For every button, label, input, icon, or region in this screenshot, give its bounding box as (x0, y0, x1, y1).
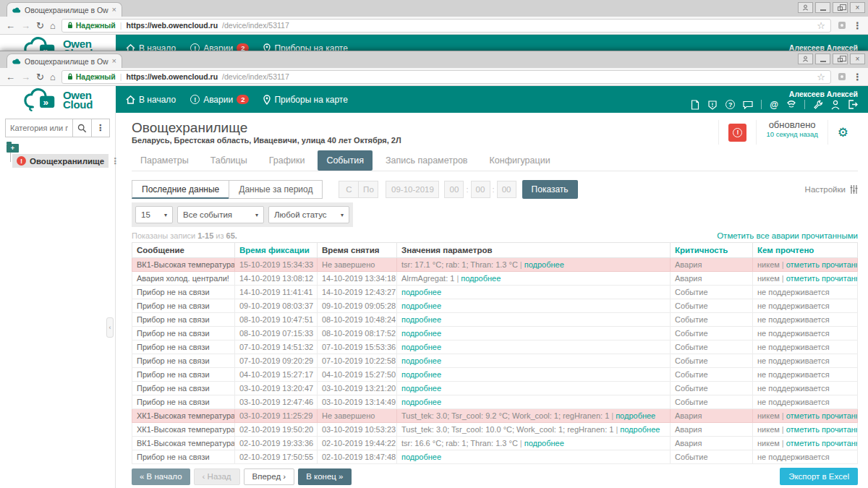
tab-tables[interactable]: Таблицы (202, 150, 256, 171)
tab-events[interactable]: События (318, 150, 373, 171)
alarm-shield-icon[interactable] (707, 100, 718, 110)
minutes-input[interactable]: 00 (471, 181, 490, 198)
details-link[interactable]: подробнее (524, 260, 564, 269)
details-link[interactable]: подробнее (401, 370, 441, 379)
hours-input[interactable]: 00 (444, 181, 464, 198)
details-link[interactable]: подробнее (401, 288, 441, 296)
extension-icon[interactable] (837, 20, 847, 30)
details-link[interactable]: подробнее (401, 453, 441, 461)
nav-map[interactable]: Приборы на карте (263, 95, 347, 105)
to-button[interactable]: По (358, 181, 378, 198)
owen-cloud-logo[interactable]: » OwenCloud (0, 35, 116, 51)
wrench-icon[interactable] (813, 100, 823, 110)
nav-map[interactable]: Приборы на карте (263, 43, 347, 51)
profile-icon[interactable] (798, 53, 813, 64)
nav-home[interactable]: В начало (126, 43, 176, 51)
close-button[interactable]: × (850, 53, 865, 64)
period-data-button[interactable]: Данные за период (229, 180, 323, 199)
forward-icon[interactable]: → (21, 72, 30, 82)
mark-all-read-link[interactable]: Отметить все аварии прочитанными (717, 231, 858, 240)
user-icon[interactable] (831, 100, 840, 110)
search-button[interactable] (72, 119, 91, 137)
back-icon[interactable]: ← (6, 21, 15, 30)
forward-icon[interactable]: → (21, 21, 30, 30)
bookmark-star-icon[interactable]: ☆ (817, 20, 825, 31)
tab-param-recording[interactable]: Запись параметров (377, 150, 477, 171)
category-search-input[interactable] (6, 119, 72, 137)
mark-read-link[interactable]: отметить прочитанным (786, 425, 858, 434)
nav-alarms[interactable]: ! Аварии 2 (190, 95, 249, 105)
tab-close-icon[interactable]: × (112, 57, 116, 65)
tab-configurations[interactable]: Конфигурации (481, 150, 559, 171)
bookmark-star-icon[interactable]: ☆ (817, 72, 825, 82)
latest-data-button[interactable]: Последние данные (132, 180, 229, 199)
sidebar-collapse-handle[interactable]: ‹ (106, 317, 114, 338)
settings-link[interactable]: Настройки (805, 185, 858, 194)
address-bar[interactable]: Надежный | https://web.owencloud.ru/devi… (61, 70, 831, 84)
tab-graphs[interactable]: Графики (260, 150, 314, 171)
reload-icon[interactable]: ↻ (36, 72, 44, 82)
from-button[interactable]: С (339, 181, 359, 198)
address-bar[interactable]: Надежный | https://web.owencloud.ru/devi… (61, 19, 831, 33)
prev-page-button[interactable]: ‹ Назад (194, 468, 240, 485)
home-icon[interactable]: ⌂ (50, 72, 56, 82)
status-select[interactable]: Любой статус▾ (268, 206, 349, 223)
tab-close-icon[interactable]: × (112, 6, 116, 14)
help-icon[interactable]: ? (726, 100, 735, 109)
show-button[interactable]: Показать (522, 180, 578, 199)
home-icon[interactable]: ⌂ (50, 21, 56, 30)
gear-icon[interactable]: ⚙ (838, 127, 848, 139)
mark-read-link[interactable]: отметить прочитанным (786, 260, 858, 269)
restore-button[interactable] (833, 2, 848, 13)
col-read-by[interactable]: Кем прочтено (753, 243, 858, 258)
details-link[interactable]: подробнее (616, 411, 655, 420)
browser-tab[interactable]: Овощехранилище в Owen × (7, 2, 122, 17)
seconds-input[interactable]: 00 (497, 181, 516, 198)
browser-menu-icon[interactable]: ⋮ (853, 20, 862, 31)
browser-tab[interactable]: Овощехранилище в Owen × (7, 53, 122, 68)
details-link[interactable]: подробнее (401, 329, 441, 338)
logout-icon[interactable] (848, 100, 858, 109)
secure-indicator[interactable]: Надежный (67, 21, 116, 30)
owen-cloud-logo[interactable]: » OwenCloud (0, 86, 116, 113)
details-link[interactable]: подробнее (401, 356, 441, 365)
minimize-button[interactable] (815, 53, 830, 64)
date-input[interactable]: 09-10-2019 (386, 181, 439, 198)
page-size-select[interactable]: 15▾ (135, 206, 173, 223)
phone-icon[interactable] (786, 100, 796, 110)
extension-icon[interactable] (837, 72, 847, 82)
next-page-button[interactable]: Вперед › (244, 468, 295, 485)
minimize-button[interactable] (815, 2, 830, 13)
mark-read-link[interactable]: отметить прочитанным (786, 411, 858, 420)
mark-read-link[interactable]: отметить прочитанным (786, 439, 858, 448)
first-page-button[interactable]: « В начало (132, 468, 190, 485)
tab-parameters[interactable]: Параметры (132, 150, 197, 171)
col-time-fixed[interactable]: Время фиксации (235, 243, 318, 258)
secure-indicator[interactable]: Надежный (67, 72, 116, 81)
email-at-icon[interactable]: @ (770, 100, 778, 110)
close-button[interactable]: × (850, 2, 865, 13)
nav-alarms[interactable]: ! Аварии 2 (190, 43, 249, 51)
browser-menu-icon[interactable]: ⋮ (853, 72, 862, 82)
restore-button[interactable] (833, 53, 848, 64)
reload-icon[interactable]: ↻ (36, 21, 44, 30)
profile-icon[interactable] (798, 2, 813, 13)
details-link[interactable]: подробнее (620, 425, 660, 434)
event-type-select[interactable]: Все события▾ (177, 206, 264, 223)
details-link[interactable]: подробнее (524, 439, 564, 448)
details-link[interactable]: подробнее (461, 274, 501, 283)
details-link[interactable]: подробнее (401, 315, 441, 324)
export-excel-button[interactable]: Экспорт в Excel (780, 468, 858, 485)
add-folder-icon[interactable]: + (7, 144, 19, 153)
details-link[interactable]: подробнее (401, 384, 441, 393)
chat-icon[interactable] (743, 100, 753, 109)
last-page-button[interactable]: В конец » (298, 468, 351, 485)
col-criticality[interactable]: Критичность (671, 243, 753, 258)
device-alarm-button[interactable]: ! (728, 124, 746, 142)
nav-home[interactable]: В начало (126, 95, 176, 105)
details-link[interactable]: подробнее (401, 343, 441, 351)
mark-read-link[interactable]: отметить прочитанным (786, 274, 858, 283)
tree-item-device[interactable]: ! Овощехранилище (12, 154, 109, 168)
back-icon[interactable]: ← (6, 72, 15, 82)
document-icon[interactable] (691, 100, 699, 110)
